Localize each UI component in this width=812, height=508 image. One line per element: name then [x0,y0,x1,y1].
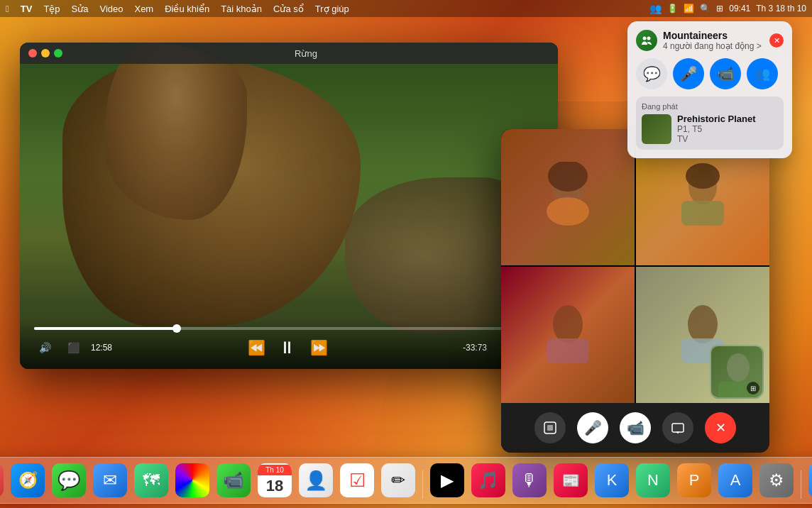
control-center-icon[interactable]: ⊞ [716,4,723,13]
progress-bar[interactable] [34,327,544,330]
sp-np-container: Đang phát Prehistoric Planet P1, T5 TV [642,102,778,144]
progress-knob[interactable] [172,324,181,333]
tv-content[interactable]: 🔊 ⬛ 12:58 ⏪ ⏸ ⏩ -33:73 ⬡ ⊞ [20,43,558,369]
search-icon[interactable]: 🔍 [700,4,710,13]
ft-mic-button[interactable]: 🎤 [577,412,608,443]
close-button[interactable] [28,49,37,57]
maps-icon: 🗺 [134,463,168,497]
menubar-tv[interactable]: TV [21,4,33,14]
menubar-video[interactable]: Video [99,4,123,14]
dock-separator [422,470,423,499]
screentime-icon: ⌚ [808,463,812,497]
dock-freeform[interactable]: ✏ [380,462,417,499]
dock-safari[interactable]: 🧭 [9,462,46,499]
dock-reminders[interactable]: ☑ [339,462,375,499]
numbers-icon: N [636,463,670,497]
freeform-icon: ✏ [381,463,415,497]
dock-appstore[interactable]: A [717,462,754,499]
appletv-icon: ▶ [430,463,464,497]
dock-contacts[interactable]: 👤 [297,462,334,499]
video-controls: 🔊 ⬛ 12:58 ⏪ ⏸ ⏩ -33:73 ⬡ ⊞ [20,320,558,369]
dock-separator-2 [801,470,801,499]
mail-icon: ✉ [93,463,127,497]
dock-music[interactable]: 🎵 [470,462,507,499]
menubar-left:  TV Tệp Sửa Video Xem Điều khiển Tài kh… [6,4,349,14]
svg-point-6 [686,163,720,189]
controls-left: 🔊 ⬛ 12:58 [34,337,112,358]
menubar-xem[interactable]: Xem [134,4,153,14]
music-icon: 🎵 [471,463,505,497]
window-title: Rừng [62,48,549,59]
sp-np-details: Prehistoric Planet P1, T5 TV [677,114,756,144]
apple-menu[interactable]:  [6,4,9,14]
controls-row: 🔊 ⬛ 12:58 ⏪ ⏸ ⏩ -33:73 ⬡ ⊞ [34,337,544,358]
dock-screentime[interactable]: ⌚ [807,462,812,499]
tv-titlebar: Rừng [20,43,558,64]
settings-icon: ⚙ [759,463,794,497]
svg-point-10 [688,305,718,343]
keynote-icon: K [595,463,629,497]
dock-messages[interactable]: 💬 [50,462,87,499]
tv-window: Rừng 🔊 ⬛ 12:58 ⏪ ⏸ ⏩ [20,43,558,369]
dock-keynote[interactable]: K [593,462,630,499]
person-face-1 [501,129,635,265]
dock-pages[interactable]: P [676,462,713,499]
forward-10-button[interactable]: ⏩ [308,337,329,358]
date: Th 3 18 th 10 [756,4,806,13]
sp-header: Mountaineers 4 người đang hoạt động > ✕ [636,30,784,51]
menubar-trogiup[interactable]: Trợ giúp [315,4,349,14]
volume-icon[interactable]: 🔊 [34,337,55,358]
sp-close-button[interactable]: ✕ [769,33,784,48]
pause-button[interactable]: ⏸ [277,337,298,358]
dock-podcasts[interactable]: 🎙 [511,462,548,499]
sp-np-title: Prehistoric Planet [677,114,756,124]
ft-participant-3 [501,267,635,403]
shareplay-popup: Mountaineers 4 người đang hoạt động > ✕ … [627,21,792,158]
dock-maps[interactable]: 🗺 [133,462,170,499]
clock: 09:41 [729,4,750,13]
sp-shareplay-button[interactable]: 👥 [747,58,778,89]
ft-participant-1 [501,129,635,265]
subtitles-icon[interactable]: ⬛ [62,337,84,358]
ft-screen-button[interactable] [662,412,693,443]
ft-camera-button[interactable]: 📹 [620,412,651,443]
dino-main-visual [62,57,361,326]
time-remaining: -33:73 [463,343,487,353]
dock-photos[interactable] [174,462,211,499]
menubar-tep[interactable]: Tệp [43,4,60,14]
facetime-icon: 📹 [216,463,251,497]
svg-rect-7 [681,201,724,226]
menubar:  TV Tệp Sửa Video Xem Điều khiển Tài kh… [0,0,812,17]
reminders-icon: ☑ [340,463,374,497]
dock-mail[interactable]: ✉ [92,462,128,499]
rewind-10-button[interactable]: ⏪ [246,337,267,358]
menubar-cuaso[interactable]: Cửa sổ [273,4,304,14]
ft-share-button[interactable] [534,412,566,443]
shareplay-menubar-icon: 👥 [649,3,662,14]
menubar-sua[interactable]: Sửa [72,4,89,14]
photos-icon [175,463,209,497]
dock-launchpad[interactable]: ⚙ [0,462,5,499]
sp-mic-button[interactable]: 🎤 [673,58,704,89]
safari-icon: 🧭 [11,463,45,497]
dock-settings[interactable]: ⚙ [758,462,795,499]
fullscreen-button[interactable] [54,49,62,57]
sp-members[interactable]: 4 người đang hoạt động > [663,41,762,51]
menubar-taikhoan[interactable]: Tài khoản [221,4,262,14]
menubar-right: 👥 🔋 📶 🔍 ⊞ 09:41 Th 3 18 th 10 [649,3,806,14]
dock-news[interactable]: 📰 [552,462,589,499]
svg-rect-15 [547,425,553,431]
svg-point-4 [547,197,589,226]
sp-thumbnail [642,114,671,144]
dock-facetime[interactable]: 📹 [215,462,252,499]
dock-calendar[interactable]: Th 10 18 [256,462,293,499]
sp-camera-button[interactable]: 📹 [710,58,741,89]
dock-numbers[interactable]: N [635,462,671,499]
progress-fill [34,327,177,330]
menubar-dieukien[interactable]: Điều khiển [165,4,209,14]
minimize-button[interactable] [41,49,50,57]
ft-end-button[interactable]: ✕ [705,412,736,443]
svg-rect-9 [547,338,589,363]
dock-appletv[interactable]: ▶ [429,462,466,499]
sp-message-button[interactable]: 💬 [636,58,667,89]
